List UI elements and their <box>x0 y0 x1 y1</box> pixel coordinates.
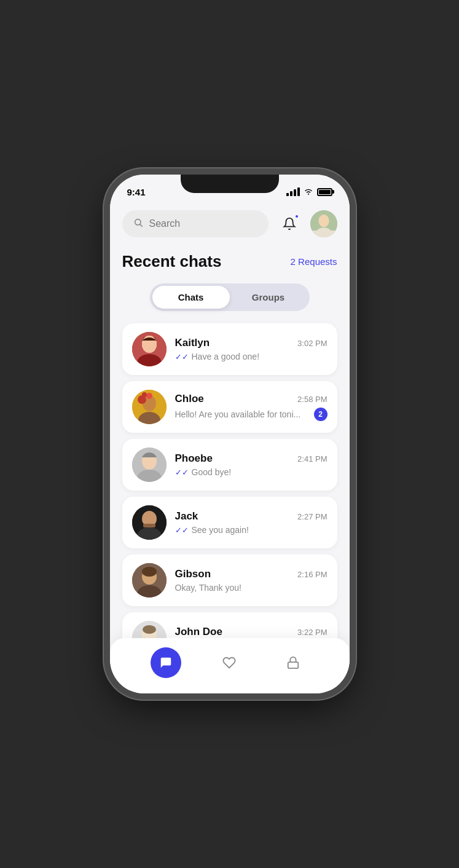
chat-preview-kaitlyn: ✓✓ Have a good one! <box>175 352 260 361</box>
bell-notification-dot <box>294 214 299 219</box>
phone-frame: 9:41 <box>110 175 350 693</box>
chat-time-jack: 2:27 PM <box>297 512 327 521</box>
search-bar[interactable] <box>122 210 269 237</box>
chat-top-phoebe: Phoebe 2:41 PM <box>175 452 328 465</box>
user-avatar-header[interactable] <box>310 210 337 237</box>
nav-heart-button[interactable] <box>214 647 245 678</box>
svg-rect-5 <box>310 231 337 237</box>
chat-bottom-gibson: Okay, Thank you! <box>175 583 328 593</box>
requests-link[interactable]: 2 Requests <box>291 256 337 267</box>
svg-rect-32 <box>288 662 299 668</box>
chat-item-gibson[interactable]: Gibson 2:16 PM Okay, Thank you! <box>122 554 337 606</box>
chat-name-kaitlyn: Kaitlyn <box>175 337 210 349</box>
tab-groups[interactable]: Groups <box>230 286 307 309</box>
svg-point-0 <box>135 219 140 225</box>
chat-name-jack: Jack <box>175 510 198 523</box>
svg-point-14 <box>146 393 152 399</box>
section-title: Recent chats <box>122 252 222 271</box>
chat-top-gibson: Gibson 2:16 PM <box>175 568 328 580</box>
chat-info-jack: Jack 2:27 PM ✓✓ See you again! <box>175 510 328 535</box>
chat-name-johndoe: John Doe <box>175 626 222 638</box>
chat-item-chloe[interactable]: Chloe 2:58 PM Hello! Are you available f… <box>122 381 337 433</box>
status-time: 9:41 <box>127 187 146 197</box>
chat-name-gibson: Gibson <box>175 568 211 580</box>
chat-info-gibson: Gibson 2:16 PM Okay, Thank you! <box>175 568 328 593</box>
phone-inner: 9:41 <box>110 175 350 693</box>
bell-button[interactable] <box>276 210 303 237</box>
chat-item-phoebe[interactable]: Phoebe 2:41 PM ✓✓ Good bye! <box>122 439 337 491</box>
chat-item-kaitlyn[interactable]: Kaitlyn 3:02 PM ✓✓ Have a good one! <box>122 323 337 375</box>
svg-point-31 <box>143 625 156 634</box>
battery-icon <box>317 188 332 196</box>
notch <box>181 175 279 193</box>
avatar-jack <box>132 505 167 540</box>
section-header: Recent chats 2 Requests <box>122 252 337 271</box>
chat-top-kaitlyn: Kaitlyn 3:02 PM <box>175 337 328 349</box>
status-icons <box>286 187 332 197</box>
chat-preview-chloe: Hello! Are you available for toni... <box>175 409 301 419</box>
search-container <box>122 204 337 237</box>
tab-chats[interactable]: Chats <box>152 286 230 309</box>
nav-chat-button[interactable] <box>151 647 181 678</box>
double-check-jack: ✓✓ <box>175 526 189 535</box>
svg-point-15 <box>142 392 147 397</box>
nav-lock-button[interactable] <box>278 647 308 678</box>
chat-name-chloe: Chloe <box>175 393 204 405</box>
chat-top-jack: Jack 2:27 PM <box>175 510 328 523</box>
chat-time-johndoe: 3:22 PM <box>297 628 327 637</box>
avatar-kaitlyn <box>132 332 167 366</box>
unread-badge-chloe: 2 <box>314 408 328 421</box>
avatar-phoebe <box>132 448 167 482</box>
chat-bottom-kaitlyn: ✓✓ Have a good one! <box>175 352 328 361</box>
chat-time-chloe: 2:58 PM <box>297 395 327 404</box>
chat-time-kaitlyn: 3:02 PM <box>297 339 327 348</box>
main-content: Recent chats 2 Requests Chats Groups <box>110 204 350 644</box>
double-check-kaitlyn: ✓✓ <box>175 352 189 361</box>
bottom-nav <box>110 638 350 693</box>
chat-top-chloe: Chloe 2:58 PM <box>175 393 328 405</box>
svg-rect-23 <box>143 524 155 527</box>
chat-info-phoebe: Phoebe 2:41 PM ✓✓ Good bye! <box>175 452 328 477</box>
svg-line-1 <box>140 224 143 227</box>
tab-switcher: Chats Groups <box>150 283 310 311</box>
search-input[interactable] <box>149 218 257 229</box>
double-check-phoebe: ✓✓ <box>175 468 189 477</box>
chat-info-chloe: Chloe 2:58 PM Hello! Are you available f… <box>175 393 328 421</box>
wifi-icon <box>304 187 313 197</box>
svg-point-27 <box>142 567 157 577</box>
chat-bottom-jack: ✓✓ See you again! <box>175 525 328 535</box>
chat-time-phoebe: 2:41 PM <box>297 454 327 464</box>
avatar-gibson <box>132 563 167 598</box>
chat-preview-phoebe: ✓✓ Good bye! <box>175 467 232 477</box>
chat-item-jack[interactable]: Jack 2:27 PM ✓✓ See you again! <box>122 497 337 548</box>
chat-info-kaitlyn: Kaitlyn 3:02 PM ✓✓ Have a good one! <box>175 337 328 361</box>
chat-time-gibson: 2:16 PM <box>297 570 327 579</box>
avatar-chloe <box>132 390 167 424</box>
chat-top-johndoe: John Doe 3:22 PM <box>175 626 328 638</box>
chat-bottom-chloe: Hello! Are you available for toni... 2 <box>175 408 328 421</box>
chat-preview-jack: ✓✓ See you again! <box>175 525 249 535</box>
signal-icon <box>286 187 300 196</box>
chat-list: Kaitlyn 3:02 PM ✓✓ Have a good one! <box>122 323 337 644</box>
header-actions <box>276 210 337 237</box>
search-icon <box>133 218 143 230</box>
chat-preview-gibson: Okay, Thank you! <box>175 583 241 593</box>
svg-point-3 <box>318 215 329 227</box>
chat-name-phoebe: Phoebe <box>175 452 213 465</box>
chat-bottom-phoebe: ✓✓ Good bye! <box>175 467 328 477</box>
